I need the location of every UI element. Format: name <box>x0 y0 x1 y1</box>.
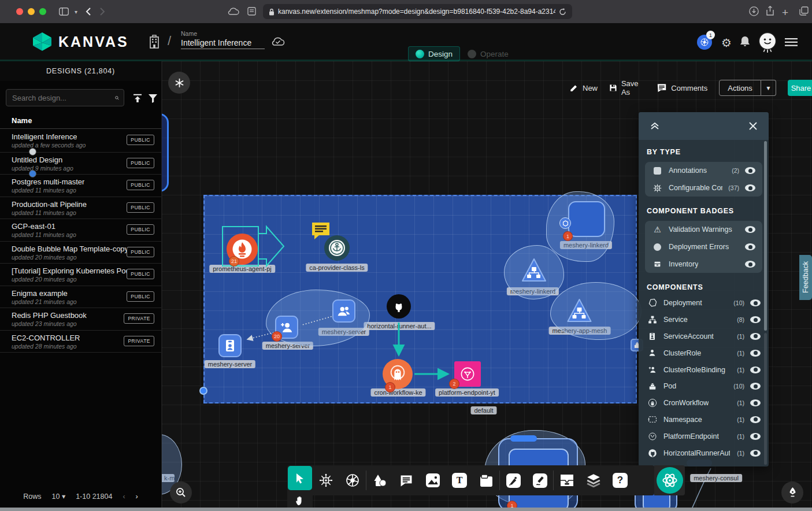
eye-icon[interactable] <box>750 450 761 457</box>
design-row[interactable]: GCP-east-01 updated 11 minutes ago PUBLI… <box>0 219 161 241</box>
eye-icon[interactable] <box>750 433 761 440</box>
error-badge[interactable]: 2 <box>449 379 459 389</box>
layer-row-configurable-components[interactable]: Configurable Compon (37) <box>645 179 762 197</box>
tab-design[interactable]: Design <box>408 46 460 61</box>
component-row-serviceaccount[interactable]: ServiceAccount(1) <box>639 328 769 345</box>
share-button[interactable]: Share <box>788 80 812 96</box>
meshery-extension-button[interactable] <box>654 465 685 495</box>
snowflake-button[interactable] <box>168 72 190 94</box>
node-meshery-server-serviceaccount[interactable] <box>218 334 242 357</box>
warning-badge[interactable]: 21 <box>229 256 239 266</box>
node-meshery-linkerd-service[interactable] <box>521 257 547 283</box>
component-row-pod[interactable]: Pod(10) <box>639 378 769 395</box>
layers-tool-button[interactable] <box>580 473 607 487</box>
eye-icon[interactable] <box>750 333 761 340</box>
select-tool-button[interactable] <box>288 466 312 490</box>
new-button[interactable]: New <box>569 83 598 92</box>
icloud-icon[interactable] <box>228 8 239 15</box>
collapse-panel-icon[interactable] <box>650 122 659 130</box>
error-badge[interactable]: 1 <box>563 231 573 241</box>
component-row-clusterrole[interactable]: ClusterRole(1) <box>639 345 769 361</box>
design-row[interactable]: Enigma example updated 21 minutes ago PU… <box>0 286 161 308</box>
component-row-cronworkflow[interactable]: CronWorkflow(1) <box>639 395 769 412</box>
eye-icon[interactable] <box>750 316 761 323</box>
node-meshery-app-mesh-service[interactable] <box>565 298 594 324</box>
component-row-service[interactable]: Service(8) <box>639 312 769 328</box>
next-page-icon[interactable]: › <box>136 493 138 501</box>
comments-button[interactable]: Comments <box>657 83 707 92</box>
sidebar-toggle-icon[interactable] <box>59 8 69 16</box>
node-ca-provider[interactable] <box>324 235 350 261</box>
actions-button[interactable]: Actions <box>719 80 761 96</box>
eye-icon[interactable] <box>745 226 755 233</box>
design-name-input[interactable] <box>181 37 265 49</box>
feedback-tab[interactable]: Feedback <box>799 255 812 300</box>
search-icon[interactable] <box>115 94 119 102</box>
new-tab-icon[interactable]: + <box>782 6 788 19</box>
pen-tool-button[interactable] <box>500 473 526 488</box>
component-row-horizontalrunnerautoscaler[interactable]: HorizontalRunnerAutos(1) <box>639 445 769 461</box>
component-row-deployment[interactable]: Deployment(10) <box>639 295 769 312</box>
kanvas-logo[interactable]: KANVAS <box>32 31 129 52</box>
forward-icon[interactable] <box>100 8 105 16</box>
k8s-context-switcher[interactable]: 1 <box>697 35 712 50</box>
search-input[interactable] <box>11 93 115 103</box>
eye-icon[interactable] <box>745 167 755 174</box>
minimize-window-button[interactable] <box>28 8 35 15</box>
filter-icon[interactable] <box>148 94 158 103</box>
hamburger-menu-icon[interactable] <box>785 38 798 46</box>
reload-icon[interactable] <box>559 8 566 16</box>
address-bar[interactable]: kanvas.new/extension/meshmap?mode=design… <box>263 4 572 19</box>
badge-row-deployment-errors[interactable]: Deployment Errors <box>645 238 762 255</box>
image-tool-button[interactable] <box>420 473 446 487</box>
save-as-button[interactable]: Save As <box>609 79 645 97</box>
panel-scrollbar[interactable] <box>764 141 767 331</box>
node-handle[interactable] <box>510 435 537 442</box>
comment-tool-button[interactable] <box>393 475 420 487</box>
node-meshery-linkerd-deployment[interactable] <box>568 201 605 237</box>
group-handle[interactable] <box>199 387 207 395</box>
eye-icon[interactable] <box>750 383 761 390</box>
rows-per-page-select[interactable]: 10 ▾ <box>52 492 66 501</box>
error-badge[interactable]: 1 <box>385 382 395 392</box>
badge-row-inventory[interactable]: Inventory <box>645 255 762 273</box>
eye-icon[interactable] <box>750 350 761 357</box>
design-row[interactable]: Double Bubble Map Template-copy updated … <box>0 241 161 264</box>
drawer-tool-button[interactable] <box>554 474 580 487</box>
zoom-button[interactable] <box>170 482 192 503</box>
eye-icon[interactable] <box>745 261 755 268</box>
tab-overview-icon[interactable] <box>799 6 809 16</box>
prev-page-icon[interactable]: ‹ <box>123 493 125 501</box>
downloads-icon[interactable] <box>749 6 759 16</box>
component-row-namespace[interactable]: Namespace(1) <box>639 412 769 428</box>
design-row[interactable]: EC2-CONTROLLER updated 28 minutes ago PR… <box>0 330 161 353</box>
note-tool-button[interactable] <box>473 474 499 487</box>
user-avatar[interactable] <box>758 32 777 53</box>
node-horizontal-runner[interactable] <box>387 294 411 319</box>
node-meshery-server-clusterrole[interactable] <box>332 299 355 323</box>
component-row-platformendpoint[interactable]: PlatformEndpoint(1) <box>639 428 769 445</box>
badge-row-validation-warnings[interactable]: ⚠ Validation Warnings <box>645 221 762 238</box>
tab-operate[interactable]: Operate <box>461 46 516 61</box>
design-row[interactable]: Untitled Design updated 9 minutes ago PU… <box>0 152 161 175</box>
kubernetes-tool-button[interactable] <box>339 473 366 488</box>
maximize-window-button[interactable] <box>39 8 46 15</box>
pen-button[interactable] <box>781 482 803 503</box>
eye-icon[interactable] <box>745 243 755 250</box>
organization-icon[interactable] <box>148 35 161 49</box>
component-row-clusterrolebinding[interactable]: ClusterRoleBinding(1) <box>639 361 769 378</box>
close-window-button[interactable] <box>16 8 23 15</box>
eye-icon[interactable] <box>750 366 761 373</box>
eye-icon[interactable] <box>745 184 755 191</box>
eye-icon[interactable] <box>750 399 761 406</box>
settings-gear-icon[interactable]: ⚙ <box>721 36 732 50</box>
shapes-tool-button[interactable] <box>366 474 393 487</box>
comment-annotation[interactable] <box>311 221 331 240</box>
back-icon[interactable] <box>86 8 91 16</box>
text-tool-button[interactable]: T <box>446 473 473 488</box>
design-row[interactable]: Redis PHP Guestbook updated 23 minutes a… <box>0 308 161 330</box>
help-tool-button[interactable]: ? <box>607 473 633 488</box>
design-row[interactable]: Intelligent Inference updated a few seco… <box>0 129 161 152</box>
design-row[interactable]: [Tutorial] Exploring Kubernetes Pod upda… <box>0 263 161 286</box>
close-icon[interactable] <box>749 122 757 130</box>
